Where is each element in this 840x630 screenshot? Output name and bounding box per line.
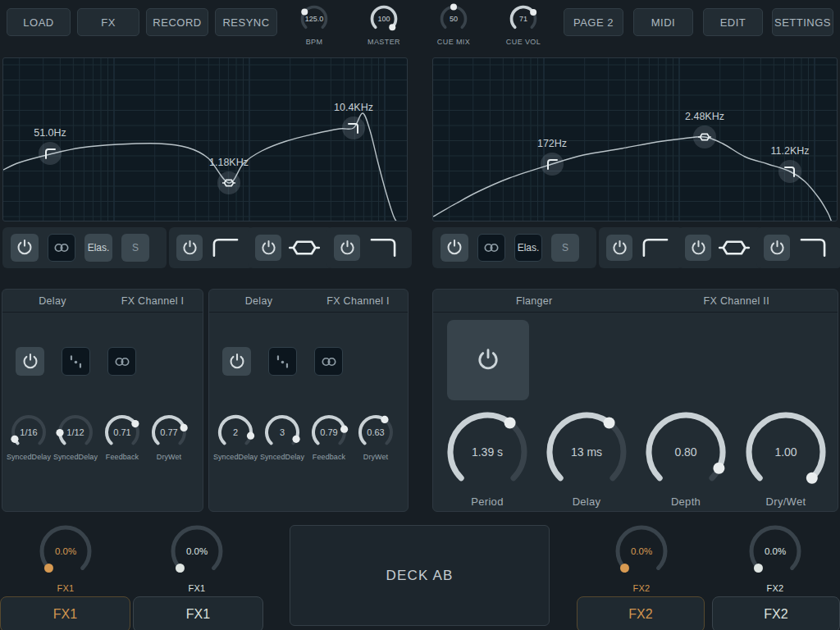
- eq-node[interactable]: 2.48KHz: [685, 111, 724, 148]
- deck-display: DECK AB: [290, 525, 550, 626]
- fx-panel-flanger-2: FlangerFX Channel II1.39 sPeriod13 msDel…: [432, 289, 838, 512]
- knob-dial[interactable]: 0.0%: [749, 525, 801, 578]
- topbar-button-edit[interactable]: EDIT: [703, 8, 763, 36]
- fx-knob-label: Feedback: [98, 453, 146, 461]
- topbar-button-midi[interactable]: MIDI: [633, 8, 693, 36]
- power-icon: [16, 239, 34, 257]
- knob-dial[interactable]: 13 ms: [541, 407, 632, 497]
- top-knob-cue-mix: 50CUE MIX: [431, 2, 477, 46]
- fx-title: Delay: [2, 295, 103, 307]
- filter-power-button-bandpass-left[interactable]: [255, 235, 281, 261]
- flanger-knob-drywet: 1.00Dry/Wet: [737, 407, 835, 508]
- filter-power-button-highpass-left[interactable]: [176, 235, 203, 261]
- fx-power-button[interactable]: [222, 347, 251, 376]
- topbar-button-record[interactable]: RECORD: [146, 8, 208, 36]
- flanger-knob-depth: 0.80Depth: [637, 407, 735, 508]
- knob-value: 71: [519, 15, 527, 23]
- eq-node-frequency: 10.4KHz: [334, 102, 373, 113]
- filter-power-button-bandpass-right[interactable]: [685, 235, 711, 261]
- fx-link-button[interactable]: [314, 347, 343, 376]
- filter-shape-lowpass: [367, 237, 399, 258]
- knob-dial[interactable]: 0.0%: [171, 525, 223, 578]
- eq-node[interactable]: 172Hz: [537, 138, 567, 176]
- knob-dial[interactable]: 1.00: [741, 407, 831, 497]
- topbar-button-resync[interactable]: RESYNC: [215, 8, 277, 36]
- knob-dial[interactable]: 3: [262, 413, 302, 452]
- knob-dial[interactable]: 1.39 s: [442, 407, 532, 497]
- eq-filter-group-lowpass-right: [756, 227, 840, 268]
- knob-value: 1/16: [20, 427, 37, 437]
- fx-panel-delay-1: DelayFX Channel I2SyncedDelay3SyncedDela…: [208, 289, 409, 512]
- knob-dial[interactable]: 100: [367, 2, 401, 36]
- eq-power-button-right[interactable]: [441, 234, 468, 262]
- fx-tab-fx1-a[interactable]: FX1: [0, 596, 130, 630]
- fx-tab-fx2-a[interactable]: FX2: [577, 596, 705, 630]
- assign-knob-label: FX1: [39, 583, 92, 593]
- knob-dial[interactable]: 50: [436, 2, 471, 36]
- fx-knob-label: DryWet: [352, 453, 399, 461]
- eq-snap-button-left[interactable]: S: [121, 234, 149, 262]
- topbar-button-page-2[interactable]: PAGE 2: [564, 8, 623, 36]
- topbar-button-load[interactable]: LOAD: [7, 8, 71, 36]
- filter-shape-highpass: [639, 237, 672, 258]
- fx-tab-fx1-b[interactable]: FX1: [133, 596, 263, 630]
- deck-label: DECK AB: [386, 568, 453, 584]
- filter-power-button-lowpass-left[interactable]: [334, 235, 360, 261]
- eq-node[interactable]: 51.0Hz: [34, 127, 66, 165]
- knob-dial[interactable]: 0.79: [309, 413, 349, 452]
- eq-power-button-left[interactable]: [11, 234, 39, 262]
- eq-link-button-right[interactable]: [477, 234, 505, 262]
- fx-assign-knob-fx1-orange: 0.0%FX1: [39, 525, 92, 593]
- eq-main-controls-left: Elas.S: [2, 227, 167, 268]
- fx-assign-knob-fx1-white: 0.0%FX1: [171, 525, 223, 593]
- flanger-knob-delay: 13 msDelay: [537, 407, 636, 508]
- knob-dial[interactable]: 0.0%: [615, 525, 668, 578]
- power-icon: [769, 240, 786, 257]
- eq-display-left: 51.0Hz1.18KHz10.4KHz: [2, 57, 408, 221]
- eq-node[interactable]: 1.18KHz: [209, 157, 249, 194]
- eq-link-button-left[interactable]: [48, 234, 75, 262]
- fx-power-button[interactable]: [16, 347, 44, 376]
- power-icon: [181, 240, 199, 257]
- knob-dial[interactable]: 1/16: [9, 413, 48, 452]
- power-icon: [611, 240, 628, 257]
- filter-power-button-lowpass-right[interactable]: [764, 235, 790, 261]
- fx-knob-label: SyncedDelay: [258, 453, 306, 461]
- fx-assign-knob-fx2-orange: 0.0%FX2: [615, 525, 668, 593]
- fx-channel-label: FX Channel I: [308, 295, 408, 307]
- filter-power-button-highpass-right[interactable]: [606, 235, 632, 261]
- knob-dial[interactable]: 0.80: [641, 407, 731, 497]
- knob-value: 1.00: [774, 445, 797, 459]
- knob-dial[interactable]: 0.0%: [39, 525, 92, 578]
- knob-dial[interactable]: 0.71: [103, 413, 142, 452]
- knob-dial[interactable]: 0.77: [149, 413, 189, 452]
- knob-value: 125.0: [305, 15, 324, 23]
- flanger-power-button[interactable]: [447, 320, 529, 400]
- fx-tab-fx2-b[interactable]: FX2: [712, 596, 840, 630]
- eq-filter-group-highpass-left: [169, 227, 253, 268]
- knob-value: 0.63: [367, 427, 384, 437]
- flanger-knob-label: Dry/Wet: [737, 495, 835, 508]
- fx-pingpong-button[interactable]: [268, 347, 297, 376]
- knob-value: 3: [280, 427, 285, 437]
- top-knob-label: CUE MIX: [431, 38, 477, 46]
- knob-dial[interactable]: 71: [506, 2, 541, 36]
- eq-node-frequency: 51.0Hz: [34, 127, 66, 139]
- eq-snap-button-right[interactable]: S: [551, 234, 579, 262]
- knob-dial[interactable]: 2: [216, 413, 255, 452]
- knob-dial[interactable]: 125.0: [297, 2, 331, 36]
- topbar-button-settings[interactable]: SETTINGS: [772, 8, 833, 36]
- eq-filter-group-highpass-right: [599, 227, 683, 268]
- filter-shape-bandpass: [718, 237, 751, 258]
- eq-elastique-button-left[interactable]: Elas.: [84, 234, 112, 262]
- knob-value: 0.0%: [186, 546, 208, 556]
- fx-pingpong-button[interactable]: [62, 347, 90, 376]
- topbar-button-fx[interactable]: FX: [77, 8, 139, 36]
- knob-dial[interactable]: 1/12: [56, 413, 95, 452]
- knob-value: 1.39 s: [472, 445, 503, 459]
- eq-node[interactable]: 11.2KHz: [770, 145, 809, 183]
- eq-elastique-button-right[interactable]: Elas.: [514, 234, 542, 262]
- fx-knob-synceddelay: 2SyncedDelay: [212, 413, 259, 461]
- fx-link-button[interactable]: [107, 347, 136, 376]
- knob-dial[interactable]: 0.63: [356, 413, 395, 452]
